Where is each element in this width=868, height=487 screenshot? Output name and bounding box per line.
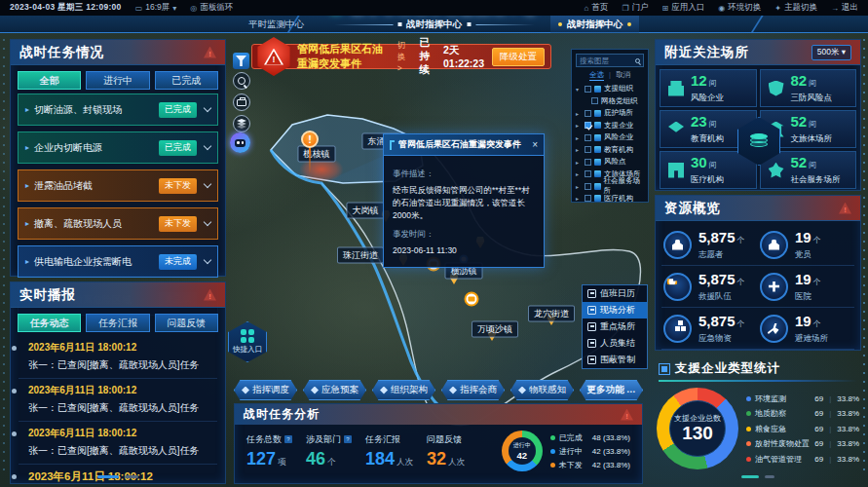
- layer-filter-icon[interactable]: [233, 53, 249, 69]
- menu-personnel-assembly[interactable]: 人员集结: [583, 335, 647, 352]
- tab-peacetime-center[interactable]: 平时监测中心: [248, 16, 304, 33]
- task-row[interactable]: ▸企业内切断电源已完成: [18, 131, 218, 164]
- tab-wartime-center[interactable]: 战时指挥中心: [550, 16, 639, 33]
- nav-app-entry[interactable]: ⊞应用入口: [662, 2, 705, 14]
- layer-item[interactable]: ▸支援企业: [576, 120, 644, 132]
- menu-enclosure-control[interactable]: 围蔽管制: [583, 352, 647, 368]
- popup-close-icon[interactable]: ×: [532, 140, 538, 150]
- alert-switch-link[interactable]: 切换 >: [397, 40, 412, 73]
- tab-in-progress[interactable]: 进行中: [86, 71, 149, 90]
- nav-home[interactable]: ⌂首页: [585, 2, 609, 14]
- info-icon[interactable]: ?: [344, 435, 352, 443]
- task-row[interactable]: ▸供电输电企业按需断电未完成: [18, 245, 218, 278]
- town-label: 大岗镇: [347, 203, 385, 219]
- downgrade-button[interactable]: 降级处置: [492, 48, 545, 66]
- action-org-structure[interactable]: 组织架构: [372, 380, 435, 400]
- nav-logout[interactable]: →退出: [831, 2, 858, 14]
- menu-key-places[interactable]: 重点场所: [583, 318, 647, 335]
- calendar-icon: [587, 289, 596, 298]
- tab-completed[interactable]: 已完成: [155, 71, 218, 90]
- event-desc-label: 事件描述：: [393, 169, 535, 180]
- event-desc: 经市民反馈得知管网公司的**村至**村的石油管道出现重漏情况，该管道长2000米…: [393, 184, 535, 223]
- alert-title: 管网低后果区石油重漏突发事件: [297, 42, 390, 71]
- page-indicator-active[interactable]: [97, 475, 119, 478]
- ai-assistant-icon[interactable]: [230, 132, 250, 153]
- task-row[interactable]: ▸切断油源、封锁现场已完成: [18, 94, 218, 126]
- tab-all[interactable]: 全部: [18, 71, 81, 90]
- task-row[interactable]: ▸泄露油品堵截未下发: [18, 169, 218, 202]
- search-icon: [635, 58, 640, 63]
- toolbox-icon[interactable]: [233, 94, 250, 111]
- top-nav: ⌂首页 ❐门户 ⊞应用入口 ◉环境切换 ✦主题切换 →退出: [585, 2, 858, 14]
- action-command-consultation[interactable]: 指挥会商: [441, 380, 505, 400]
- live-broadcast-panel: 实时播报! 任务动态 任务汇报 问题反馈 2023年6月11日 18:00:12…: [10, 281, 226, 484]
- nearby-stat-medical: 30间医疗机构: [660, 151, 757, 189]
- task-row[interactable]: ▸撤离、疏散现场人员未下发: [18, 207, 218, 240]
- screen-ratio-select[interactable]: ▭ 16:9屏▾: [135, 2, 177, 14]
- right-edge-ruler: [863, 39, 865, 477]
- legend-dot: [550, 449, 555, 454]
- layer-item[interactable]: ▸庇护场所: [576, 107, 644, 120]
- layer-item[interactable]: ▸风险企业: [576, 131, 644, 144]
- layer-item[interactable]: ▸社会服务场所: [576, 180, 644, 193]
- tab-task-reports[interactable]: 任务汇报: [86, 314, 149, 332]
- legend-dot: [746, 427, 751, 431]
- action-iot-sensing[interactable]: 物联感知: [510, 380, 574, 400]
- warning-icon: !: [204, 47, 216, 58]
- layer-item[interactable]: ▸教育机构: [576, 144, 644, 157]
- loop-icon: ◎: [190, 4, 197, 13]
- home-icon: ⌂: [585, 4, 589, 13]
- layers-icon[interactable]: [233, 115, 250, 132]
- nav-theme-switch[interactable]: ✦主题切换: [774, 2, 817, 14]
- resource-hospitals: 19个医院: [758, 266, 854, 308]
- page-indicator-active[interactable]: [741, 475, 759, 478]
- task-status-donut-chart: 进行中42: [502, 431, 543, 471]
- enterprise-pagination: [655, 475, 861, 478]
- nav-env-switch[interactable]: ◉环境切换: [718, 2, 761, 14]
- tab-issue-feedback[interactable]: 问题反馈: [155, 314, 218, 332]
- action-emergency-plan[interactable]: 应急预案: [303, 380, 366, 400]
- alert-duration: 2天01:22:23: [443, 44, 484, 69]
- stats-icon: [659, 363, 670, 375]
- volunteers-icon: [672, 240, 683, 250]
- layer-item[interactable]: ▸风险点: [576, 156, 644, 169]
- warning-icon: !: [204, 289, 216, 301]
- analysis-icon: [587, 306, 596, 315]
- action-more-functions[interactable]: 更多功能 …: [580, 380, 643, 400]
- event-alert-marker[interactable]: !: [301, 131, 319, 173]
- warning-icon: !: [621, 409, 633, 421]
- tab-task-updates[interactable]: 任务动态: [18, 314, 81, 332]
- select-all-link[interactable]: 全选: [589, 70, 604, 81]
- enterprise-legend: 环境监测69|33.8% 地质勘察69|33.8% 粮食应急69|33.8% 放…: [746, 393, 859, 465]
- chevron-down-icon[interactable]: [204, 104, 211, 112]
- broadcast-item[interactable]: 2023年6月11日 18:00:12张一：已查阅[撤离、疏散现场人员]任务: [19, 336, 217, 379]
- layer-item[interactable]: ▾支援组织: [576, 83, 644, 95]
- chevron-down-icon[interactable]: [204, 256, 211, 264]
- panel-loop-toggle[interactable]: ◎ 面板循环: [190, 2, 233, 14]
- info-icon[interactable]: ?: [284, 435, 292, 443]
- layer-search-input[interactable]: [580, 56, 635, 65]
- cancel-link[interactable]: 取消: [616, 70, 630, 81]
- resource-party-members: 19个党员: [758, 224, 854, 266]
- panel-title: 附近关注场所: [664, 44, 749, 61]
- action-command-dispatch[interactable]: 指挥调度: [234, 380, 297, 400]
- vehicle-marker[interactable]: [465, 292, 479, 307]
- chevron-down-icon[interactable]: [204, 142, 211, 150]
- broadcast-item[interactable]: 2023年6月11日 18:00:12张一：已查阅[撤离、疏散现场人员]任务: [19, 422, 217, 465]
- menu-duty-calendar[interactable]: 值班日历: [583, 285, 647, 302]
- nav-portal[interactable]: ❐门户: [622, 2, 648, 14]
- range-dropdown[interactable]: 500米 ▾: [811, 45, 851, 60]
- chevron-down-icon[interactable]: [204, 180, 211, 188]
- layer-search-box[interactable]: [576, 54, 644, 67]
- page-indicator[interactable]: [125, 475, 138, 478]
- nearby-stat-risk-points: 82间三防风险点: [760, 69, 857, 107]
- task-analysis-panel: 战时任务分析! 任务总数? 127项 涉及部门? 46个 任务汇报 184人次 …: [234, 403, 643, 484]
- hospital-icon: [668, 163, 684, 178]
- page-indicator[interactable]: [765, 475, 774, 478]
- layer-item[interactable]: 网格党组织: [576, 95, 644, 108]
- menu-scene-analysis[interactable]: 现场分析: [583, 302, 647, 318]
- broadcast-item[interactable]: 2023年6月11日 18:00:12张一：已查阅[撤离、疏散现场人员]任务: [19, 379, 217, 422]
- map-search-icon[interactable]: [233, 72, 250, 90]
- legend-dot: [746, 441, 751, 446]
- chevron-down-icon[interactable]: [204, 218, 211, 226]
